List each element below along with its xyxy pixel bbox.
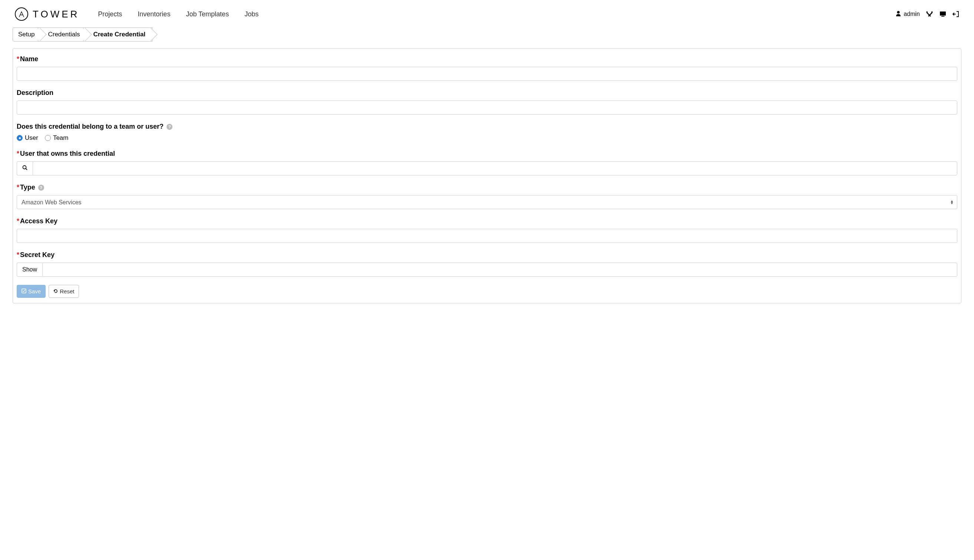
field-user-owns: *User that owns this credential	[17, 150, 957, 175]
field-type: *Type ? Amazon Web Services ▲▼	[17, 183, 957, 209]
svg-line-5	[26, 169, 27, 170]
svg-rect-2	[942, 16, 944, 16]
description-label: Description	[17, 89, 53, 97]
access-key-label: Access Key	[20, 217, 57, 225]
user-lookup-button[interactable]	[17, 161, 33, 175]
radio-team-circle	[45, 135, 51, 141]
type-label: Type	[20, 183, 35, 191]
name-label: Name	[20, 55, 38, 63]
name-input[interactable]	[17, 67, 957, 81]
help-icon[interactable]: ?	[38, 185, 44, 191]
field-description: Description	[17, 89, 957, 115]
nav-jobs[interactable]: Jobs	[244, 10, 259, 18]
radio-user-label: User	[25, 134, 38, 142]
main-header: TOWER Projects Inventories Job Templates…	[0, 0, 974, 25]
user-icon	[896, 10, 901, 18]
check-icon	[22, 288, 26, 295]
field-name: *Name	[17, 55, 957, 81]
nav-projects[interactable]: Projects	[98, 10, 122, 18]
svg-rect-1	[940, 12, 946, 15]
header-left: TOWER Projects Inventories Job Templates…	[15, 7, 259, 21]
header-right: admin	[896, 10, 959, 18]
radio-team-label: Team	[53, 134, 68, 142]
svg-rect-3	[941, 16, 945, 17]
nav-inventories[interactable]: Inventories	[138, 10, 170, 18]
access-key-input[interactable]	[17, 229, 957, 243]
nav-job-templates[interactable]: Job Templates	[186, 10, 229, 18]
logo-text: TOWER	[33, 8, 79, 20]
main-nav: Projects Inventories Job Templates Jobs	[98, 10, 259, 18]
description-input[interactable]	[17, 100, 957, 115]
show-secret-button[interactable]: Show	[17, 263, 42, 277]
user-owns-label: User that owns this credential	[20, 150, 115, 157]
field-owner-type: Does this credential belong to a team or…	[17, 123, 957, 142]
type-select[interactable]: Amazon Web Services	[17, 195, 957, 209]
breadcrumb: Setup Credentials Create Credential	[0, 25, 974, 42]
tools-icon[interactable]	[926, 11, 933, 17]
logo-icon	[15, 7, 28, 21]
save-button[interactable]: Save	[17, 285, 46, 298]
breadcrumb-setup[interactable]: Setup	[13, 27, 42, 42]
owner-question-label: Does this credential belong to a team or…	[17, 123, 163, 130]
radio-team[interactable]: Team	[45, 134, 68, 142]
reset-button[interactable]: Reset	[48, 285, 79, 298]
logout-icon[interactable]	[952, 11, 959, 17]
svg-point-4	[23, 166, 26, 169]
form-panel: *Name Description Does this credential b…	[13, 48, 961, 303]
logo[interactable]: TOWER	[15, 7, 79, 21]
field-secret-key: *Secret Key Show	[17, 251, 957, 277]
undo-icon	[53, 288, 58, 295]
breadcrumb-create-credential[interactable]: Create Credential	[83, 27, 152, 42]
form-actions: Save Reset	[17, 285, 957, 298]
svg-point-0	[897, 11, 900, 14]
user-menu[interactable]: admin	[896, 10, 920, 18]
radio-user[interactable]: User	[17, 134, 38, 142]
secret-key-input[interactable]	[42, 263, 957, 277]
secret-key-label: Secret Key	[20, 251, 55, 258]
radio-user-circle	[17, 135, 23, 141]
user-label: admin	[904, 11, 920, 17]
field-access-key: *Access Key	[17, 217, 957, 243]
help-icon[interactable]: ?	[167, 124, 172, 130]
monitor-icon[interactable]	[939, 11, 947, 17]
search-icon	[22, 165, 27, 172]
user-owns-input[interactable]	[33, 161, 957, 175]
